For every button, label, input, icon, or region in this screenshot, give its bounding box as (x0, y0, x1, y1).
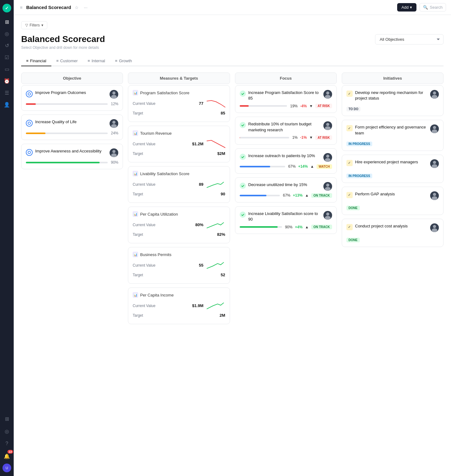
main-content: ≡ Balanced Scorecard ☆ ··· Add ▾ 🔍 Searc… (14, 0, 451, 476)
sidebar-item-target[interactable]: ◎ (2, 29, 12, 39)
measure-5-title: Business Permits (140, 252, 171, 257)
measure-4-target-row: Target 82% (133, 232, 225, 237)
sidebar-item-grid[interactable]: ⊞ (2, 414, 12, 424)
collapse-icon[interactable]: ≡ (19, 4, 24, 11)
initiative-3-header: ✓ Hire experienced project managers (346, 159, 439, 168)
focus-3-up-arrow: ▲ (310, 164, 314, 169)
objective-2-avatar (110, 119, 118, 128)
more-icon[interactable]: ··· (82, 4, 89, 11)
svg-point-11 (326, 123, 329, 126)
focus-col-header: Focus (235, 72, 337, 84)
focus-4-header: Decrease unutilized time by 15% (240, 182, 332, 191)
objective-2-header: Increase Quality of Life (26, 119, 118, 128)
svg-point-23 (433, 161, 436, 164)
tab-internal[interactable]: ≡ Internal (83, 56, 110, 66)
measure-6-target-row: Target 2M (133, 313, 225, 318)
focus-card-2[interactable]: Redistribute 10% of tourism budget marke… (235, 117, 337, 144)
objective-1-icon (26, 91, 33, 97)
objective-2-progress-bar (26, 133, 108, 134)
notifications[interactable]: 🔔 13 (2, 451, 12, 461)
svg-point-15 (326, 184, 329, 187)
app-logo[interactable]: ✓ (2, 4, 11, 12)
sidebar-item-history[interactable]: ⏰ (2, 76, 12, 86)
objective-card-3[interactable]: Improve Awareness and Accessibility 90% (21, 144, 123, 169)
sidebar-item-help[interactable]: ? (2, 439, 12, 449)
measure-1-target-row: Target 85 (133, 111, 225, 115)
measure-4-current-row: Current Value 80% (133, 219, 225, 230)
tab-customer[interactable]: ≡ Customer (51, 56, 83, 66)
focus-3-stats: 67% +14% ▲ WATCH (288, 164, 332, 169)
measure-card-3[interactable]: 📊 Livability Satisfaction Score Current … (128, 166, 230, 203)
sidebar-item-tasks[interactable]: ☑ (2, 52, 12, 62)
star-icon[interactable]: ☆ (73, 4, 80, 11)
initiative-2-header: ✓ Form project efficiency and governance… (346, 124, 439, 136)
measure-card-2[interactable]: 📊 Tourism Revenue Current Value $1.2M (128, 126, 230, 162)
measure-2-icon: 📊 (133, 130, 138, 136)
user-avatar[interactable]: U (2, 464, 11, 472)
initiative-2-title: Form project efficiency and governance t… (355, 124, 430, 136)
measure-1-current-row: Current Value 77 (133, 98, 225, 109)
measure-2-target-row: Target $2M (133, 151, 225, 156)
svg-point-17 (326, 212, 329, 216)
sidebar-item-users[interactable]: 👤 (2, 100, 12, 110)
focus-card-5[interactable]: Increase Livability Satisfaction score t… (235, 206, 337, 234)
measure-3-sparkline (207, 179, 225, 190)
initiative-4-icon: ✓ (346, 192, 353, 198)
measure-5-sparkline (207, 260, 225, 271)
focus-5-progress-bar (240, 226, 282, 228)
initiative-card-1[interactable]: ✓ Develop new reporting mechanism for pr… (342, 85, 444, 116)
focus-3-progress-fill (240, 166, 270, 167)
sidebar-item-refresh[interactable]: ↺ (2, 40, 12, 50)
initiative-card-3[interactable]: ✓ Hire experienced project managers IN P… (342, 155, 444, 183)
topbar-right: Add ▾ 🔍 Search (397, 3, 446, 12)
objective-1-footer: 12% (26, 102, 118, 106)
tab-growth[interactable]: ≡ Growth (110, 56, 137, 66)
initiative-5-header: ✓ Conduct project cost analysis (346, 223, 439, 232)
initiative-1-header: ✓ Develop new reporting mechanism for pr… (346, 90, 439, 101)
initiative-2-icon: ✓ (346, 125, 353, 131)
focus-1-header: Increase Program Satisfaction Score to 8… (240, 90, 332, 101)
measure-card-6[interactable]: 📊 Per Capita Income Current Value $1.9M (128, 287, 230, 324)
measure-2-current-row: Current Value $1.2M (133, 138, 225, 149)
search-box[interactable]: 🔍 Search (420, 3, 446, 12)
tab-financial[interactable]: ≡ Financial (21, 56, 51, 66)
measure-card-1[interactable]: 📊 Program Satisfaction Score Current Val… (128, 85, 230, 122)
svg-point-7 (112, 150, 115, 153)
add-button[interactable]: Add ▾ (397, 3, 416, 12)
measure-3-icon: 📊 (133, 171, 138, 176)
measure-4-icon: 📊 (133, 211, 138, 217)
initiative-card-4[interactable]: ✓ Perform GAP analysis DONE (342, 187, 444, 215)
sidebar-item-home[interactable]: ⊞ (2, 17, 12, 27)
initiative-1-status: TO DO (346, 107, 360, 111)
objective-col-header: Objective (21, 72, 123, 84)
filters-bar: ▽ Filters ▾ (21, 21, 444, 29)
filters-button[interactable]: ▽ Filters ▾ (21, 21, 47, 29)
sidebar-item-list[interactable]: ☰ (2, 88, 12, 98)
objective-1-avatar (110, 90, 118, 99)
focus-1-stats: 19% -4% ▼ AT RISK (290, 104, 332, 108)
filter-chevron-icon: ▾ (41, 23, 43, 27)
initiative-card-2[interactable]: ✓ Form project efficiency and governance… (342, 120, 444, 151)
focus-card-1[interactable]: Increase Program Satisfaction Score to 8… (235, 85, 337, 113)
objective-card-1[interactable]: Improve Program Outcomes 12% (21, 85, 123, 111)
focus-4-up-arrow: ▲ (305, 193, 309, 198)
svg-point-9 (326, 91, 329, 95)
measure-card-4[interactable]: 📊 Per Capita Utilization Current Value 8… (128, 207, 230, 243)
objective-card-2[interactable]: Increase Quality of Life 24% (21, 114, 123, 140)
focus-4-icon (240, 183, 246, 189)
sidebar-item-layout[interactable]: ▭ (2, 64, 12, 74)
svg-point-1 (112, 91, 115, 95)
measure-5-target-row: Target 52 (133, 273, 225, 277)
svg-point-5 (111, 124, 117, 128)
focus-card-3[interactable]: Increase outreach to patients by 10% 67%… (235, 148, 337, 174)
focus-5-up-arrow: ▲ (305, 225, 309, 229)
focus-1-progress-fill (240, 105, 249, 107)
initiative-1-title: Develop new reporting mechanism for proj… (355, 90, 430, 101)
sidebar-item-settings[interactable]: ◎ (2, 426, 12, 436)
focus-card-4[interactable]: Decrease unutilized time by 15% 67% +13% (235, 177, 337, 203)
focus-1-icon (240, 91, 246, 97)
scorecard-grid: Objective Improve Program Outcomes (21, 72, 444, 328)
initiative-card-5[interactable]: ✓ Conduct project cost analysis DONE (342, 219, 444, 247)
measure-card-5[interactable]: 📊 Business Permits Current Value 55 (128, 247, 230, 284)
objective-select[interactable]: All Objectives (375, 34, 444, 44)
